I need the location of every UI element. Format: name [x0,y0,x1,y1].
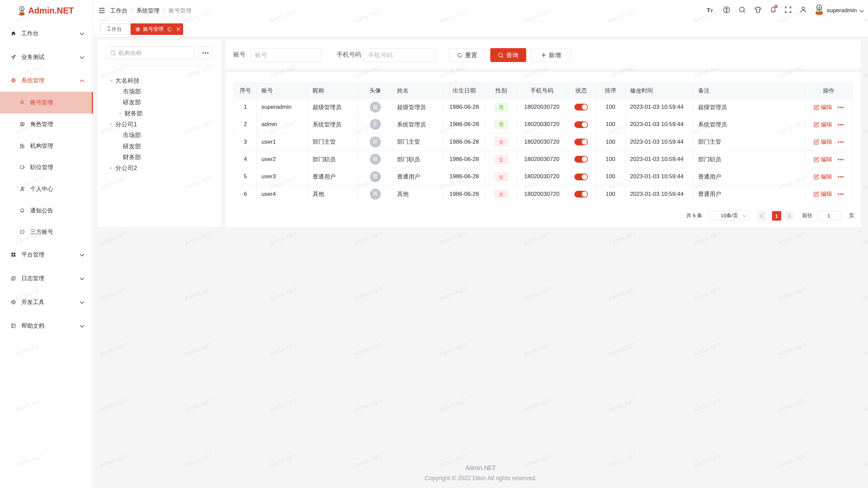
svg-text:T: T [710,8,713,13]
